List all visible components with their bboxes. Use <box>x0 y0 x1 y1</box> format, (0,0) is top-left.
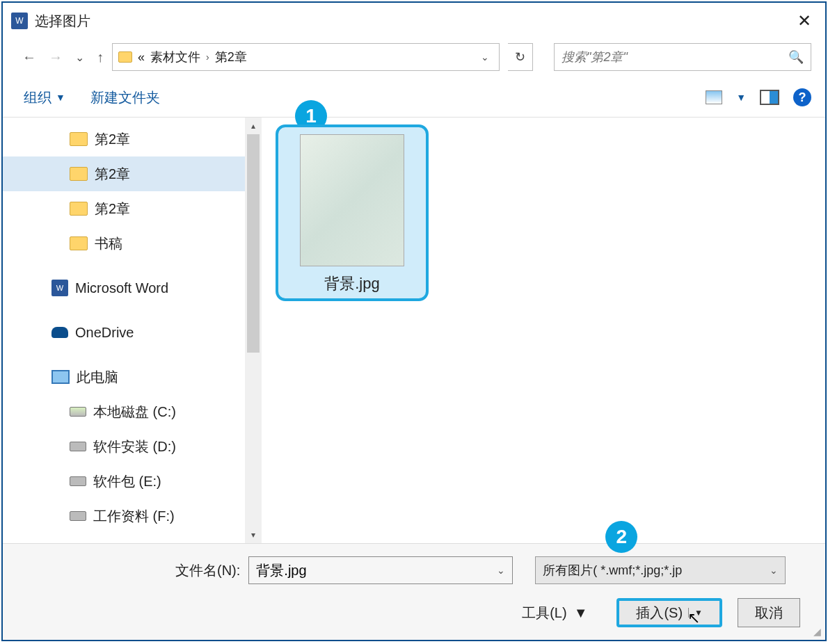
tree-item[interactable]: 软件安装 (D:) <box>3 429 262 464</box>
navigation-row: ← → ⌄ ↑ « 素材文件 › 第2章 ⌄ ↻ 🔍 <box>3 39 825 78</box>
tree-item[interactable]: 本地磁盘 (C:) <box>3 394 262 429</box>
chevron-down-icon[interactable]: ⌄ <box>770 565 778 576</box>
chevron-right-icon: › <box>206 51 209 63</box>
tree-item-label: 工作资料 (F:) <box>93 507 175 526</box>
folder-icon <box>70 167 88 181</box>
breadcrumb-part[interactable]: 素材文件 <box>150 49 200 65</box>
cursor-icon: ↖ <box>687 609 700 627</box>
view-controls: ▼ ? <box>706 88 811 106</box>
close-icon[interactable]: ✕ <box>792 11 817 31</box>
file-name: 背景.jpg <box>324 273 379 294</box>
tree-item-label: 第2章 <box>95 200 130 218</box>
new-folder-button[interactable]: 新建文件夹 <box>90 88 160 107</box>
scrollbar[interactable]: ▴ ▾ <box>245 118 262 543</box>
filename-label: 文件名(N): <box>175 561 240 580</box>
pc-icon <box>51 370 70 384</box>
address-dropdown-icon[interactable]: ⌄ <box>481 51 489 63</box>
toolbar: 组织 ▼ 新建文件夹 ▼ ? <box>3 78 825 117</box>
address-bar[interactable]: « 素材文件 › 第2章 ⌄ <box>112 43 500 71</box>
main-area: 第2章第2章第2章书稿WMicrosoft WordOneDrive此电脑本地磁… <box>3 117 825 543</box>
scroll-thumb[interactable] <box>247 134 260 353</box>
tree-item-label: Microsoft Word <box>75 280 168 296</box>
search-box[interactable]: 🔍 <box>554 43 811 71</box>
thumbnail-view-icon[interactable] <box>706 90 722 104</box>
forward-icon[interactable]: → <box>49 49 63 65</box>
drive-icon <box>70 476 86 486</box>
folder-icon <box>70 202 88 216</box>
search-input[interactable] <box>562 50 788 65</box>
breadcrumb-part[interactable]: 第2章 <box>215 49 247 65</box>
recent-dropdown-icon[interactable]: ⌄ <box>75 51 84 64</box>
word-icon: W <box>51 280 68 296</box>
search-icon[interactable]: 🔍 <box>788 49 804 65</box>
preview-pane-icon[interactable] <box>760 90 779 105</box>
tree-item[interactable]: OneDrive <box>3 315 262 350</box>
file-item-selected[interactable]: 背景.jpg <box>276 124 429 301</box>
filename-row: 文件名(N): 背景.jpg ⌄ 所有图片( *.wmf;*.jpg;*.jp … <box>22 556 806 584</box>
folder-icon <box>70 236 88 250</box>
tree-item[interactable]: 工作资料 (F:) <box>3 499 262 533</box>
breadcrumb-prefix: « <box>138 50 145 65</box>
scroll-down-icon[interactable]: ▾ <box>245 526 262 543</box>
drive-icon <box>70 511 86 521</box>
cancel-button[interactable]: 取消 <box>738 598 800 627</box>
tree-item[interactable]: WMicrosoft Word <box>3 271 262 305</box>
file-open-dialog: W 选择图片 ✕ ← → ⌄ ↑ « 素材文件 › 第2章 ⌄ ↻ 🔍 组织 ▼… <box>1 1 827 641</box>
tree-item-label: 软件包 (E:) <box>93 472 161 491</box>
file-type-filter[interactable]: 所有图片( *.wmf;*.jpg;*.jp ⌄ 2 <box>535 556 786 584</box>
chevron-down-icon: ▼ <box>574 605 588 621</box>
filename-value: 背景.jpg <box>256 561 306 580</box>
tools-button[interactable]: 工具(L) ▼ <box>522 604 587 622</box>
tree-item-label: 此电脑 <box>77 368 118 387</box>
folder-icon <box>118 51 132 63</box>
organize-button[interactable]: 组织 <box>24 88 51 107</box>
word-app-icon: W <box>11 13 28 29</box>
resize-grip-icon[interactable]: ◢ <box>813 626 821 637</box>
insert-button[interactable]: 插入(S) ↖ ▼ <box>616 598 722 627</box>
tree-item-label: 本地磁盘 (C:) <box>93 403 176 421</box>
callout-badge-2: 2 <box>605 521 637 553</box>
chevron-down-icon[interactable]: ⌄ <box>497 565 505 576</box>
tree-item-label: OneDrive <box>75 325 134 341</box>
folder-tree: 第2章第2章第2章书稿WMicrosoft WordOneDrive此电脑本地磁… <box>3 118 262 543</box>
tree-item-label: 书稿 <box>95 234 122 253</box>
scroll-up-icon[interactable]: ▴ <box>245 118 262 134</box>
filter-text: 所有图片( *.wmf;*.jpg;*.jp <box>543 562 682 579</box>
tree-item[interactable]: 第2章 <box>3 191 262 226</box>
tree-item[interactable]: 第2章 <box>3 122 262 156</box>
back-icon[interactable]: ← <box>22 49 36 65</box>
view-dropdown-icon[interactable]: ▼ <box>736 92 746 103</box>
up-icon[interactable]: ↑ <box>97 49 104 65</box>
drive-c-icon <box>70 407 86 417</box>
tree-item-label: 软件安装 (D:) <box>93 437 176 456</box>
title-bar: W 选择图片 ✕ <box>3 3 825 39</box>
nav-arrows: ← → ⌄ ↑ <box>22 49 104 65</box>
tree-item[interactable]: 书稿 <box>3 226 262 261</box>
refresh-icon[interactable]: ↻ <box>508 43 533 71</box>
help-icon[interactable]: ? <box>793 88 811 106</box>
drive-icon <box>70 442 86 451</box>
tree-item-label: 第2章 <box>95 130 130 149</box>
chevron-down-icon[interactable]: ▼ <box>56 92 65 103</box>
onedrive-icon <box>51 327 68 338</box>
dialog-footer: 文件名(N): 背景.jpg ⌄ 所有图片( *.wmf;*.jpg;*.jp … <box>3 543 825 640</box>
file-list[interactable]: 背景.jpg <box>262 118 825 543</box>
dialog-title: 选择图片 <box>35 12 792 31</box>
file-thumbnail <box>300 134 404 266</box>
tree-item[interactable]: 此电脑 <box>3 360 262 394</box>
button-row: 工具(L) ▼ 插入(S) ↖ ▼ 取消 <box>22 598 806 627</box>
filename-input[interactable]: 背景.jpg ⌄ <box>248 556 513 584</box>
folder-icon <box>70 132 88 146</box>
tree-item[interactable]: 第2章 <box>3 156 262 191</box>
tree-item[interactable]: 软件包 (E:) <box>3 464 262 499</box>
tree-item-label: 第2章 <box>95 165 130 184</box>
